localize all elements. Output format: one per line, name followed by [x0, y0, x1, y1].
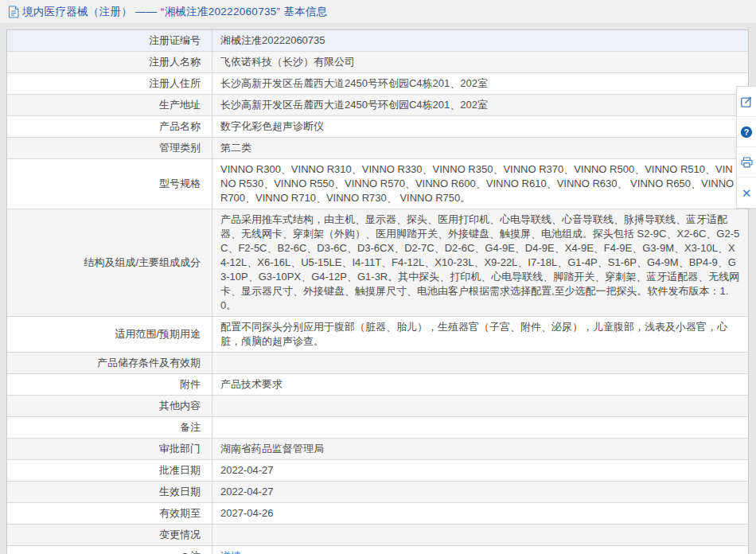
row-label: 生效日期	[7, 482, 212, 502]
row-label: 适用范围/预期用途	[7, 317, 212, 352]
close-button[interactable]: ✕	[737, 178, 756, 208]
edit-icon	[740, 96, 753, 108]
page-title: 境内医疗器械（注册） —— “湘械注准20222060735” 基本信息	[22, 5, 328, 19]
row-label: 产品名称	[7, 116, 212, 137]
row-value: 2022-04-27	[212, 460, 748, 481]
table-row: 备注	[7, 417, 748, 439]
row-label: 变更情况	[7, 525, 212, 545]
table-row: 附件 产品技术要求	[7, 374, 748, 396]
table-row: 生效日期 2022-04-27	[7, 482, 748, 503]
row-value: 长沙高新开发区岳麓西大道2450号环创园C4栋201、202室	[212, 95, 748, 115]
row-label: 结构及组成/主要组成成分	[7, 209, 212, 316]
row-value: 第二类	[212, 138, 748, 158]
row-value	[212, 417, 748, 438]
row-value: 配置不同探头分别应用于腹部（脏器、胎儿），生殖器官（子宫、附件、泌尿），儿童腹部…	[212, 317, 748, 352]
table-row: 适用范围/预期用途 配置不同探头分别应用于腹部（脏器、胎儿），生殖器官（子宫、附…	[7, 317, 748, 353]
table-row: 型号规格 VINNO R300、VINNO R310、VINNO R330、VI…	[7, 159, 748, 209]
row-value: 产品采用推车式结构，由主机、显示器、探头、医用打印机、心电导联线、心音导联线、脉…	[212, 209, 748, 316]
table-row: 结构及组成/主要组成成分 产品采用推车式结构，由主机、显示器、探头、医用打印机、…	[7, 209, 748, 317]
table-row: 注册人住所 长沙高新开发区岳麓西大道2450号环创园C4栋201、202室	[7, 73, 748, 95]
row-label: 注册证编号	[7, 30, 212, 51]
table-row: 其他内容	[7, 396, 748, 417]
edit-button[interactable]	[737, 87, 756, 117]
row-value	[212, 353, 748, 373]
document-icon	[8, 6, 19, 18]
page-header: 境内医疗器械（注册） —— “湘械注准20222060735” 基本信息	[0, 0, 756, 24]
side-toolbar: ? ✕	[736, 86, 756, 209]
row-value	[212, 396, 748, 416]
row-value: VINNO R300、VINNO R310、VINNO R330、VINNO R…	[212, 159, 748, 209]
row-value: 2022-04-27	[212, 482, 748, 502]
row-label: 产品储存条件及有效期	[7, 353, 212, 373]
row-label: 注	[7, 546, 212, 554]
table-row-note: 注 详情	[7, 546, 748, 554]
row-value: 长沙高新开发区岳麓西大道2450号环创园C4栋201、202室	[212, 73, 748, 94]
table-row: 审批部门 湖南省药品监督管理局	[7, 439, 748, 460]
table-row: 管理类别 第二类	[7, 138, 748, 159]
row-label: 注册人住所	[7, 73, 212, 94]
svg-text:?: ?	[744, 127, 749, 136]
row-label: 有效期至	[7, 503, 212, 524]
table-row: 变更情况	[7, 525, 748, 546]
row-value: 详情	[212, 546, 748, 554]
row-label: 其他内容	[7, 396, 212, 416]
row-label: 注册人名称	[7, 52, 212, 72]
row-value: 湖南省药品监督管理局	[212, 439, 748, 459]
row-value	[212, 525, 748, 545]
row-value: 飞依诺科技（长沙）有限公司	[212, 52, 748, 72]
table-row: 注册人名称 飞依诺科技（长沙）有限公司	[7, 52, 748, 73]
row-label: 管理类别	[7, 138, 212, 158]
table-row: 生产地址 长沙高新开发区岳麓西大道2450号环创园C4栋201、202室	[7, 95, 748, 116]
table-row: 产品储存条件及有效期	[7, 353, 748, 374]
registration-info-table: 注册证编号 湘械注准20222060735 注册人名称 飞依诺科技（长沙）有限公…	[6, 29, 749, 554]
row-label: 生产地址	[7, 95, 212, 115]
table-row: 注册证编号 湘械注准20222060735	[7, 30, 748, 52]
close-icon: ✕	[742, 187, 752, 199]
print-icon	[740, 156, 754, 169]
row-label: 审批部门	[7, 439, 212, 459]
help-button[interactable]: ?	[737, 117, 756, 147]
row-value: 2027-04-26	[212, 503, 748, 524]
row-label: 附件	[7, 374, 212, 395]
details-link[interactable]: 详情	[220, 549, 241, 554]
table-row: 批准日期 2022-04-27	[7, 460, 748, 482]
table-row: 产品名称 数字化彩色超声诊断仪	[7, 116, 748, 138]
row-value: 产品技术要求	[212, 374, 748, 395]
row-label: 备注	[7, 417, 212, 438]
help-icon: ?	[740, 126, 753, 138]
row-label: 型号规格	[7, 159, 212, 209]
row-label: 批准日期	[7, 460, 212, 481]
row-value: 湘械注准20222060735	[212, 30, 748, 51]
print-button[interactable]	[737, 147, 756, 178]
row-value: 数字化彩色超声诊断仪	[212, 116, 748, 137]
table-row: 有效期至 2027-04-26	[7, 503, 748, 525]
